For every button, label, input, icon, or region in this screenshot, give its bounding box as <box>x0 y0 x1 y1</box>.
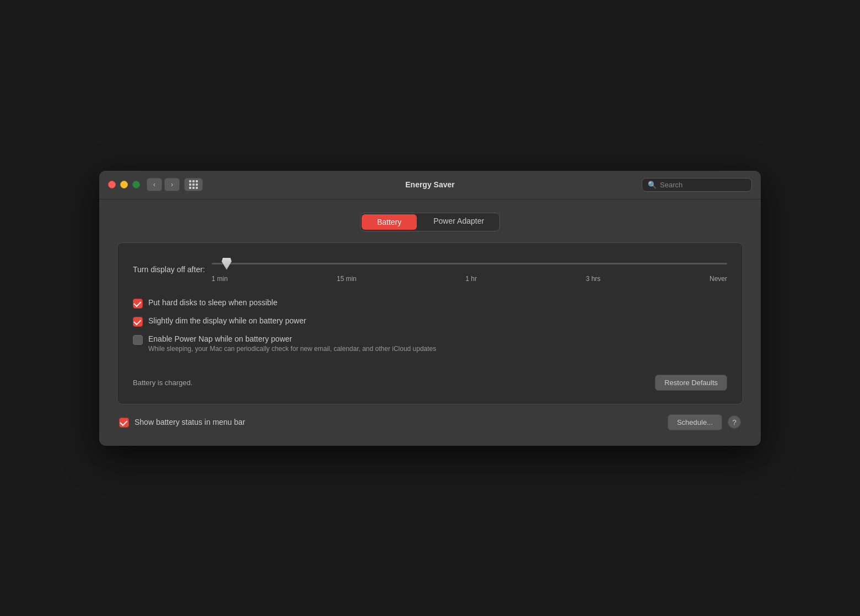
checkbox-show-battery[interactable] <box>119 418 129 428</box>
schedule-button[interactable]: Schedule... <box>668 414 722 430</box>
checkbox-label-dim-display: Slightly dim the display while on batter… <box>148 316 306 325</box>
slider-track-wrapper <box>212 256 727 272</box>
checkbox-dim-display[interactable] <box>133 317 143 327</box>
slider-label: Turn display off after: <box>133 265 205 274</box>
slider-labels: 1 min 15 min 1 hr 3 hrs Never <box>212 275 727 283</box>
checkbox-hard-disks[interactable] <box>133 299 143 309</box>
checkbox-box-power-nap[interactable] <box>133 335 143 345</box>
footer-left: Show battery status in menu bar <box>119 417 245 428</box>
display-sleep-slider-section: Turn display off after: 1 min 15 min 1 h… <box>133 256 727 283</box>
slider-container: 1 min 15 min 1 hr 3 hrs Never <box>212 256 727 283</box>
main-window: ‹ › Energy Saver 🔍 Battery Power Adapter <box>99 171 761 446</box>
content-area: Battery Power Adapter Turn display off a… <box>99 199 761 446</box>
battery-status-text: Battery is charged. <box>133 379 192 387</box>
checkbox-row-power-nap: Enable Power Nap while on battery power … <box>133 334 727 353</box>
nav-buttons: ‹ › <box>147 178 203 191</box>
checkbox-text-power-nap: Enable Power Nap while on battery power … <box>148 334 436 353</box>
tab-power-adapter[interactable]: Power Adapter <box>418 213 499 231</box>
settings-panel: Turn display off after: 1 min 15 min 1 h… <box>117 242 743 404</box>
slider-label-1hr: 1 hr <box>465 275 477 283</box>
slider-label-1min: 1 min <box>212 275 228 283</box>
checkbox-power-nap[interactable] <box>133 335 143 345</box>
checkbox-label-hard-disks: Put hard disks to sleep when possible <box>148 298 277 307</box>
traffic-lights <box>108 181 140 188</box>
restore-defaults-button[interactable]: Restore Defaults <box>655 375 727 391</box>
forward-button[interactable]: › <box>164 178 180 191</box>
slider-row: Turn display off after: 1 min 15 min 1 h… <box>133 256 727 283</box>
search-input[interactable] <box>660 181 746 189</box>
tab-group: Battery Power Adapter <box>360 213 500 231</box>
minimize-button[interactable] <box>120 181 128 188</box>
footer-right: Schedule... ? <box>668 414 741 430</box>
maximize-button[interactable] <box>132 181 140 188</box>
checkbox-row-dim-display: Slightly dim the display while on batter… <box>133 316 727 327</box>
close-button[interactable] <box>108 181 116 188</box>
back-button[interactable]: ‹ <box>147 178 162 191</box>
checkbox-label-power-nap: Enable Power Nap while on battery power <box>148 334 436 343</box>
checkbox-row-hard-disks: Put hard disks to sleep when possible <box>133 298 727 309</box>
grid-icon <box>189 180 198 189</box>
panel-bottom: Battery is charged. Restore Defaults <box>133 375 727 391</box>
tab-bar: Battery Power Adapter <box>117 213 743 231</box>
checkbox-box-show-battery[interactable] <box>119 418 129 428</box>
search-icon: 🔍 <box>648 181 657 189</box>
checkbox-text-dim-display: Slightly dim the display while on batter… <box>148 316 306 325</box>
checkbox-box-hard-disks[interactable] <box>133 299 143 309</box>
titlebar: ‹ › Energy Saver 🔍 <box>99 171 761 199</box>
help-button[interactable]: ? <box>728 415 741 429</box>
checkbox-sublabel-power-nap: While sleeping, your Mac can periodicall… <box>148 345 436 353</box>
display-sleep-slider[interactable] <box>212 263 727 264</box>
window-title: Energy Saver <box>405 180 455 189</box>
tab-battery[interactable]: Battery <box>362 214 417 230</box>
slider-label-15min: 15 min <box>337 275 357 283</box>
checkbox-text-hard-disks: Put hard disks to sleep when possible <box>148 298 277 307</box>
footer: Show battery status in menu bar Schedule… <box>117 414 743 430</box>
grid-button[interactable] <box>184 178 203 191</box>
checkbox-box-dim-display[interactable] <box>133 317 143 327</box>
search-bar: 🔍 <box>642 178 752 192</box>
slider-label-3hrs: 3 hrs <box>586 275 601 283</box>
checkbox-list: Put hard disks to sleep when possible Sl… <box>133 298 727 353</box>
show-battery-label: Show battery status in menu bar <box>135 418 245 426</box>
slider-label-never: Never <box>710 275 727 283</box>
